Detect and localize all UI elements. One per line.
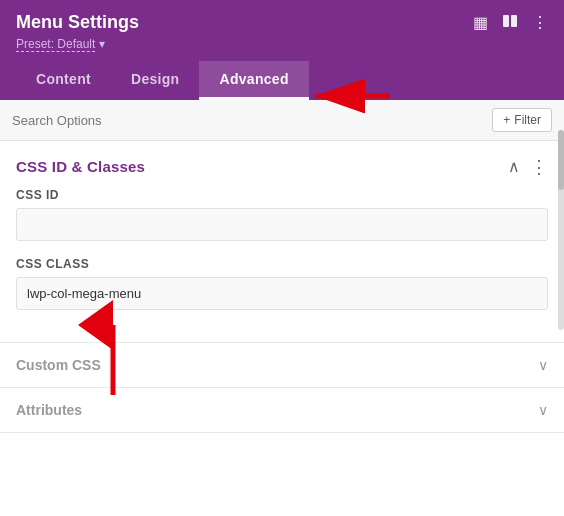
scrollbar[interactable] — [558, 130, 564, 330]
attributes-section: Attributes ∨ — [0, 388, 564, 433]
attributes-collapse-icon[interactable]: ∨ — [538, 402, 548, 418]
filter-plus-icon: + — [503, 113, 510, 127]
css-id-label: CSS ID — [16, 188, 548, 202]
preset-selector[interactable]: Preset: Default ▾ — [16, 37, 548, 51]
tab-design[interactable]: Design — [111, 61, 199, 100]
tabs-container: Content Design Advanced — [16, 61, 548, 100]
css-id-input[interactable] — [16, 208, 548, 241]
css-class-input[interactable] — [16, 277, 548, 310]
section-controls: ∧ ⋮ — [508, 157, 548, 176]
section-menu-icon[interactable]: ⋮ — [530, 158, 548, 176]
custom-css-header: Custom CSS ∨ — [0, 343, 564, 387]
attributes-title: Attributes — [16, 402, 82, 418]
filter-button[interactable]: + Filter — [492, 108, 552, 132]
filter-label: Filter — [514, 113, 541, 127]
custom-css-collapse-icon[interactable]: ∨ — [538, 357, 548, 373]
tab-content[interactable]: Content — [16, 61, 111, 100]
custom-css-section: Custom CSS ∨ — [0, 343, 564, 388]
css-id-classes-title: CSS ID & Classes — [16, 158, 145, 175]
scrollbar-thumb[interactable] — [558, 130, 564, 190]
header-icons: ▦ ⋮ — [473, 13, 548, 33]
more-icon[interactable]: ⋮ — [532, 13, 548, 32]
custom-css-title: Custom CSS — [16, 357, 101, 373]
tab-advanced[interactable]: Advanced — [199, 61, 308, 100]
css-class-field: CSS Class — [16, 257, 548, 310]
css-id-classes-header: CSS ID & Classes ∧ ⋮ — [0, 141, 564, 188]
panel-header: Menu Settings ▦ ⋮ Preset: Default ▾ Cont… — [0, 0, 564, 100]
content-area: CSS ID & Classes ∧ ⋮ CSS ID CSS Class — [0, 141, 564, 516]
svg-rect-0 — [503, 15, 509, 27]
css-class-label: CSS Class — [16, 257, 548, 271]
collapse-icon[interactable]: ∧ — [508, 157, 520, 176]
copy-icon[interactable]: ▦ — [473, 13, 488, 32]
css-id-field: CSS ID — [16, 188, 548, 241]
panel-title: Menu Settings — [16, 12, 139, 33]
css-id-classes-section: CSS ID & Classes ∧ ⋮ CSS ID CSS Class — [0, 141, 564, 343]
search-bar: + Filter — [0, 100, 564, 141]
attributes-header: Attributes ∨ — [0, 388, 564, 432]
header-top: Menu Settings ▦ ⋮ — [16, 12, 548, 33]
svg-rect-1 — [511, 15, 517, 27]
columns-icon[interactable] — [502, 13, 518, 33]
css-id-classes-body: CSS ID CSS Class — [0, 188, 564, 342]
search-input[interactable] — [12, 113, 492, 128]
